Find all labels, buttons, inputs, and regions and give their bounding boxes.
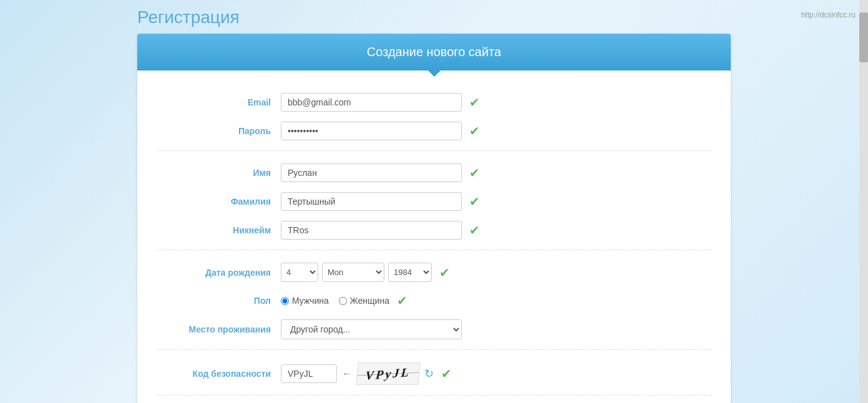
dob-check-icon: ✔ [439,265,450,280]
dob-label: Дата рождения [156,268,281,278]
dob-selects: 4 1235 678910 Mon ЯнвФевМарАпр МайИюнИюл… [281,263,432,282]
captcha-refresh-icon[interactable]: ↻ [424,367,434,381]
gender-row: Пол Мужчина Женщина ✔ [156,287,712,314]
gender-male-radio[interactable] [281,297,289,305]
email-input[interactable] [281,93,462,112]
gender-male-label[interactable]: Мужчина [281,296,329,306]
gender-radio-group: Мужчина Женщина [281,296,389,306]
scrollbar[interactable] [859,0,868,403]
name-label: Имя [156,168,281,178]
dob-gender-city-section: Дата рождения 4 1235 678910 Mon ЯнвФевМа… [156,253,712,350]
city-label: Место проживания [156,324,281,334]
password-row: Пароль ✔ [156,117,712,145]
gender-check-icon: ✔ [397,293,407,308]
site-url: http://dcsinfcc.ru [801,7,856,19]
dob-month-select[interactable]: Mon ЯнвФевМарАпр МайИюнИюлАвг СенОктНояД… [322,263,384,282]
form-body: Email ✔ Пароль ✔ Имя ✔ Фамилия ✔ [137,70,731,403]
nickname-row: Никнейм ✔ [156,216,712,245]
scrollbar-thumb[interactable] [859,12,868,62]
captcha-controls: ← VPyJL ↻ [281,362,434,385]
nickname-label: Никнейм [156,225,281,235]
password-input[interactable] [281,122,462,140]
gender-female-label[interactable]: Женщина [339,296,389,306]
gender-male-text: Мужчина [292,296,329,306]
gender-female-text: Женщина [350,296,389,306]
captcha-image: VPyJL [356,362,420,385]
captcha-image-text: VPyJL [365,364,411,382]
name-section: Имя ✔ Фамилия ✔ Никнейм ✔ [156,153,712,250]
gender-label: Пол [156,296,281,306]
name-input[interactable] [281,163,462,182]
captcha-label: Код безопасности [156,369,281,379]
password-label: Пароль [156,126,281,136]
email-password-section: Email ✔ Пароль ✔ [156,83,712,151]
city-row: Место проживания Другой город... Москва … [156,314,712,344]
form-header: Создание нового сайта [137,34,731,70]
gender-female-radio[interactable] [339,297,347,305]
dob-row: Дата рождения 4 1235 678910 Mon ЯнвФевМа… [156,258,712,287]
email-check-icon: ✔ [469,95,480,110]
main-container: Создание нового сайта Email ✔ Пароль ✔ И… [137,34,731,403]
surname-label: Фамилия [156,197,281,206]
city-select[interactable]: Другой город... Москва Санкт-Петербург [281,319,462,339]
surname-input[interactable] [281,192,462,211]
dob-day-select[interactable]: 4 1235 678910 [281,263,318,282]
password-check-icon: ✔ [469,124,480,138]
captcha-section: Код безопасности ← VPyJL ↻ ✔ [156,352,712,396]
captcha-input[interactable] [281,364,337,383]
email-row: Email ✔ [156,88,712,117]
name-check-icon: ✔ [469,165,480,180]
captcha-arrow-icon: ← [342,368,352,379]
nickname-input[interactable] [281,221,462,240]
captcha-check-icon: ✔ [441,366,452,381]
dob-year-select[interactable]: 1984 1980198119821983 198519861987 [388,263,432,282]
page-title: Регистрация [137,7,240,27]
terms-row: Подтверждаю условия использования uID со… [156,398,712,403]
name-row: Имя ✔ [156,158,712,187]
captcha-row: Код безопасности ← VPyJL ↻ ✔ [156,357,712,390]
nickname-check-icon: ✔ [469,223,480,238]
surname-row: Фамилия ✔ [156,187,712,216]
form-header-label: Создание нового сайта [367,45,501,59]
surname-check-icon: ✔ [469,194,480,209]
email-label: Email [156,97,281,107]
top-bar: Регистрация http://dcsinfcc.ru [0,0,868,27]
